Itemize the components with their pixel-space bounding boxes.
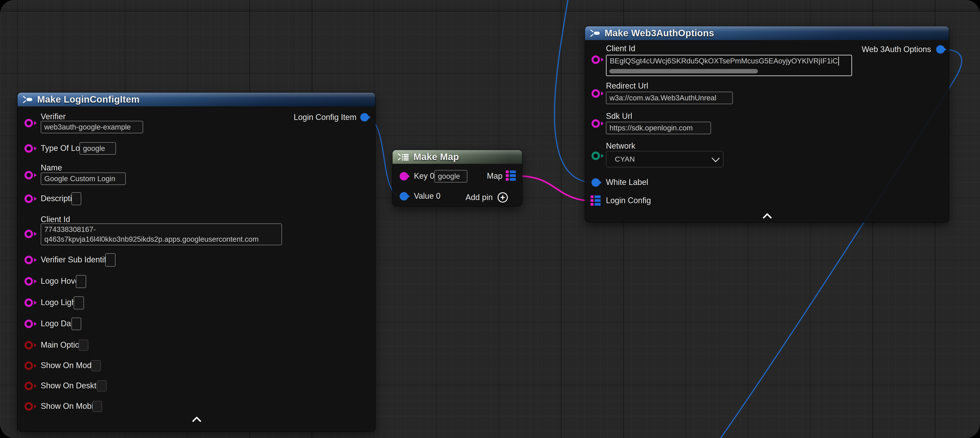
- pin-show-on-mobile[interactable]: [24, 402, 33, 411]
- blueprint-canvas[interactable]: Make LoginConfigItem Login Config Item V…: [0, 0, 980, 438]
- client-id-line1: 774338308167-: [44, 225, 96, 234]
- key-0-field[interactable]: google: [434, 170, 467, 183]
- pin-label-login-config-item: Login Config Item: [294, 112, 356, 122]
- show-on-mobile-checkbox[interactable]: [92, 401, 102, 412]
- pin-client-id[interactable]: [24, 230, 33, 238]
- pin-verifier-sub-identifier[interactable]: [24, 256, 33, 264]
- pin-type-of-login[interactable]: [24, 144, 33, 153]
- client-id-field[interactable]: 774338308167- q463s7kpvja16l4l0kko3nb925…: [41, 223, 282, 245]
- node-header-make-loginconfigitem[interactable]: Make LoginConfigItem: [18, 92, 375, 107]
- pin-network[interactable]: [592, 151, 600, 160]
- pin-label-login-config: Login Config: [606, 196, 651, 205]
- pin-logo-hover[interactable]: [24, 277, 33, 285]
- collapse-chevron-icon[interactable]: [192, 417, 202, 422]
- node-header-make-web3authoptions[interactable]: Make Web3AuthOptions: [585, 26, 949, 40]
- add-pin-label: Add pin: [466, 193, 493, 202]
- show-on-modal-checkbox[interactable]: [91, 360, 101, 371]
- node-header-make-map[interactable]: Make Map: [393, 150, 522, 164]
- node-make-map[interactable]: Make Map Key 0 google Map Value 0 Add pi…: [393, 150, 522, 206]
- pin-logo-light[interactable]: [24, 298, 33, 307]
- pin-sdk-url[interactable]: [592, 119, 600, 128]
- pin-label-web3auth-options: Web 3Auth Options: [862, 45, 931, 54]
- pin-redirect-url[interactable]: [592, 89, 600, 98]
- pin-main-option[interactable]: [24, 341, 33, 349]
- type-of-login-field[interactable]: google: [80, 142, 116, 154]
- node-make-loginconfigitem[interactable]: Make LoginConfigItem Login Config Item V…: [18, 92, 375, 431]
- pin-verifier[interactable]: [24, 119, 33, 127]
- client-id-field[interactable]: BEglQSgt4cUWcj6SKRdu5QkOXTsePmMcusG5EAoy…: [606, 55, 852, 76]
- verifier-sub-identifier-field[interactable]: [105, 253, 116, 267]
- pin-label-sdk-url: Sdk Url: [606, 111, 632, 121]
- make-struct-icon: [22, 95, 33, 104]
- pin-label-show-on-desktop: Show On Desktop: [41, 381, 105, 390]
- pin-login-config[interactable]: [590, 196, 601, 205]
- redirect-url-field[interactable]: w3a://com.w3a.Web3AuthUnreal: [606, 92, 733, 104]
- chevron-down-icon: [712, 154, 720, 162]
- sdk-url-field[interactable]: https://sdk.openlogin.com: [606, 122, 711, 134]
- client-id-line2: q463s7kpvja16l4l0kko3nb925ikds2p.apps.go…: [44, 234, 259, 244]
- pin-label-verifier-sub-identifier: Verifier Sub Identifier: [41, 255, 115, 264]
- pin-label-client-id: Client Id: [41, 215, 70, 225]
- pin-label-redirect-url: Redirect Url: [606, 81, 648, 91]
- pin-label-client-id: Client Id: [606, 44, 635, 53]
- logo-dark-field[interactable]: [72, 318, 81, 330]
- network-dropdown[interactable]: CYAN: [606, 151, 724, 167]
- node-title: Make LoginConfigItem: [37, 94, 140, 105]
- logo-light-field[interactable]: [74, 296, 84, 309]
- pin-client-id[interactable]: [592, 56, 600, 64]
- pin-label-show-on-modal: Show On Modal: [41, 360, 98, 370]
- pin-label-show-on-mobile: Show On Mobile: [41, 401, 99, 411]
- pin-show-on-desktop[interactable]: [24, 382, 33, 390]
- pin-label-value-0: Value 0: [414, 191, 441, 201]
- pin-logo-dark[interactable]: [24, 320, 33, 328]
- add-pin-plus-icon: +: [498, 192, 508, 202]
- add-pin-button[interactable]: Add pin +: [466, 192, 508, 202]
- pin-label-main-option: Main Option: [41, 340, 84, 350]
- node-make-web3authoptions[interactable]: Make Web3AuthOptions Web 3Auth Options C…: [585, 26, 949, 222]
- pin-out-map[interactable]: [506, 170, 516, 181]
- pin-label-key-0: Key 0: [414, 171, 434, 181]
- pin-label-logo-light: Logo Light: [41, 298, 78, 307]
- logo-hover-field[interactable]: [76, 275, 86, 288]
- main-option-checkbox[interactable]: [78, 339, 88, 351]
- node-title: Make Web3AuthOptions: [605, 28, 714, 38]
- pin-out-web3auth-options[interactable]: [936, 45, 945, 54]
- pin-show-on-modal[interactable]: [24, 362, 33, 370]
- pin-out-login-config-item[interactable]: [360, 113, 369, 121]
- pin-label-verifier: Verifier: [41, 112, 66, 121]
- show-on-desktop-checkbox[interactable]: [97, 381, 107, 392]
- pin-value-0[interactable]: [400, 192, 408, 201]
- wire-map-to-loginconfig: [519, 176, 594, 201]
- description-field[interactable]: [72, 192, 81, 205]
- make-map-icon: [398, 152, 410, 162]
- pin-label-map: Map: [487, 171, 503, 181]
- client-id-value: BEglQSgt4cUWcj6SKRdu5QkOXTsePmMcusG5EAoy…: [610, 57, 838, 65]
- pin-key-0[interactable]: [400, 172, 408, 180]
- pin-name[interactable]: [24, 171, 33, 179]
- pin-description[interactable]: [24, 194, 33, 203]
- pin-label-network: Network: [606, 141, 635, 151]
- network-selected-value: CYAN: [615, 155, 635, 163]
- field-scrollbar[interactable]: [609, 69, 758, 73]
- pin-label-white-label: White Label: [606, 177, 648, 187]
- node-title: Make Map: [414, 151, 459, 162]
- text-caret: [838, 57, 839, 66]
- name-field[interactable]: Google Custom Login: [41, 172, 126, 185]
- make-struct-icon: [590, 29, 601, 38]
- collapse-chevron-icon[interactable]: [762, 213, 772, 219]
- pin-white-label[interactable]: [592, 178, 600, 187]
- pin-label-name: Name: [41, 163, 62, 173]
- verifier-field[interactable]: web3auth-google-example: [41, 121, 143, 133]
